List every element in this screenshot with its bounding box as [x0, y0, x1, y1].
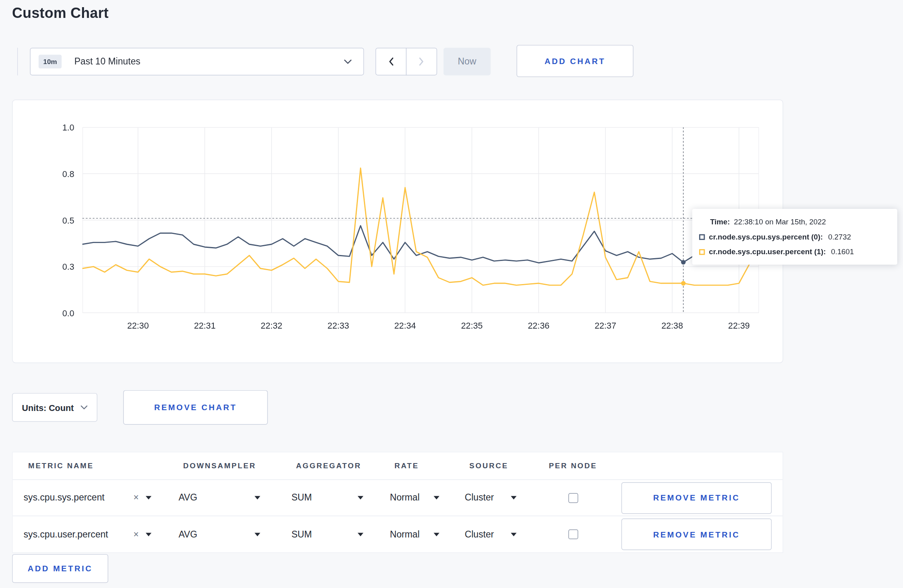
caret-down-icon	[511, 533, 516, 536]
page-title: Custom Chart	[12, 5, 109, 21]
downsampler-value: AVG	[178, 529, 254, 539]
source-value: Cluster	[465, 493, 511, 503]
y-axis-label: 0.0	[62, 308, 74, 318]
remove-metric-button[interactable]: REMOVE METRIC	[622, 518, 772, 550]
rate-select[interactable]: Normal	[390, 493, 439, 503]
caret-down-icon	[434, 496, 439, 500]
rate-select[interactable]: Normal	[390, 529, 439, 539]
caret-down-icon	[358, 533, 363, 536]
x-axis-label: 22:34	[394, 321, 416, 331]
downsampler-value: AVG	[178, 493, 254, 503]
close-icon[interactable]: ×	[133, 530, 139, 539]
units-dropdown[interactable]: Units: Count	[12, 393, 97, 422]
chevron-down-icon	[80, 405, 87, 410]
series-user-swatch-icon	[699, 249, 705, 255]
aggregator-select[interactable]: SUM	[291, 529, 364, 539]
tooltip-series-name: cr.node.sys.cpu.sys.percent (0):	[709, 232, 823, 241]
x-axis-label: 22:30	[127, 321, 149, 331]
downsampler-select[interactable]: AVG	[178, 529, 260, 539]
x-axis-label: 22:37	[594, 321, 616, 331]
aggregator-select[interactable]: SUM	[291, 493, 364, 503]
metric-name-value: sys.cpu.sys.percent	[23, 493, 129, 503]
time-range-dropdown[interactable]: 10m Past 10 Minutes	[30, 48, 364, 75]
metric-name-select[interactable]: sys.cpu.sys.percent ×	[23, 493, 151, 503]
y-axis-label: 0.5	[62, 215, 74, 225]
tooltip-series-value: 0.2732	[828, 232, 851, 241]
column-header-source: SOURCE	[465, 461, 544, 470]
time-range-badge: 10m	[39, 55, 62, 68]
now-button[interactable]: Now	[444, 48, 491, 75]
time-nav-group	[375, 48, 437, 75]
source-select[interactable]: Cluster	[465, 529, 516, 539]
x-axis-label: 22:36	[528, 321, 549, 331]
column-header-metric-name: METRIC NAME	[23, 461, 178, 470]
aggregator-value: SUM	[291, 529, 358, 539]
y-axis-label: 1.0	[62, 122, 74, 132]
column-header-rate: RATE	[390, 461, 465, 470]
caret-down-icon	[254, 533, 260, 536]
x-axis-label: 22:39	[728, 321, 750, 331]
add-chart-button[interactable]: ADD CHART	[516, 45, 633, 77]
chevron-down-icon	[344, 59, 352, 64]
rate-value: Normal	[390, 529, 434, 539]
chevron-right-icon	[419, 57, 424, 66]
y-axis-label: 0.8	[62, 169, 74, 179]
remove-chart-button[interactable]: REMOVE CHART	[123, 390, 268, 425]
table-row: sys.cpu.sys.percent × AVG SUM Normal Clu…	[13, 480, 783, 516]
time-range-label: Past 10 Minutes	[74, 56, 344, 67]
time-next-button[interactable]	[406, 48, 437, 75]
metrics-table-header: METRIC NAME DOWNSAMPLER AGGREGATOR RATE …	[13, 452, 783, 480]
toolbar-divider	[17, 48, 18, 75]
table-row: sys.cpu.user.percent × AVG SUM Normal Cl…	[13, 516, 783, 552]
chart-plot[interactable]	[82, 127, 759, 313]
tooltip-time-value: 22:38:10 on Mar 15th, 2022	[734, 218, 826, 226]
column-header-aggregator: AGGREGATOR	[291, 461, 390, 470]
metrics-table: METRIC NAME DOWNSAMPLER AGGREGATOR RATE …	[12, 452, 783, 553]
per-node-checkbox[interactable]	[569, 530, 579, 539]
remove-metric-button[interactable]: REMOVE METRIC	[622, 482, 772, 514]
y-axis: 0.00.30.50.81.0	[13, 100, 74, 363]
x-axis-label: 22:31	[194, 321, 215, 331]
chevron-left-icon	[388, 57, 394, 66]
caret-down-icon	[254, 496, 260, 500]
caret-down-icon	[146, 533, 151, 536]
chart-tooltip: Time: 22:38:10 on Mar 15th, 2022 cr.node…	[692, 209, 897, 265]
column-header-downsampler: DOWNSAMPLER	[178, 461, 291, 470]
caret-down-icon	[146, 496, 151, 500]
per-node-checkbox[interactable]	[569, 493, 579, 503]
close-icon[interactable]: ×	[133, 493, 139, 502]
x-axis-label: 22:38	[661, 321, 683, 331]
metric-name-select[interactable]: sys.cpu.user.percent ×	[23, 529, 151, 539]
caret-down-icon	[511, 496, 516, 500]
units-label: Units: Count	[22, 403, 74, 413]
series-sys-swatch-icon	[699, 234, 705, 239]
add-metric-button[interactable]: ADD METRIC	[12, 554, 108, 583]
tooltip-time-label: Time:	[710, 218, 730, 226]
custom-chart-page: Custom Chart 10m Past 10 Minutes Now ADD…	[0, 0, 903, 588]
chart-card: 0.00.30.50.81.0 22:3022:3122:3222:3322:3…	[12, 99, 783, 363]
time-prev-button[interactable]	[375, 48, 407, 75]
column-header-per-node: PER NODE	[544, 461, 622, 470]
x-axis-label: 22:33	[328, 321, 349, 331]
caret-down-icon	[358, 496, 363, 500]
source-value: Cluster	[465, 529, 511, 539]
caret-down-icon	[434, 533, 439, 536]
x-axis-label: 22:35	[461, 321, 483, 331]
aggregator-value: SUM	[291, 493, 358, 503]
tooltip-series-value: 0.1601	[831, 247, 854, 256]
source-select[interactable]: Cluster	[465, 493, 516, 503]
x-axis-label: 22:32	[261, 321, 282, 331]
rate-value: Normal	[390, 493, 434, 503]
metric-name-value: sys.cpu.user.percent	[23, 529, 129, 539]
downsampler-select[interactable]: AVG	[178, 493, 260, 503]
tooltip-series-name: cr.node.sys.cpu.user.percent (1):	[709, 247, 826, 256]
y-axis-label: 0.3	[62, 262, 74, 272]
